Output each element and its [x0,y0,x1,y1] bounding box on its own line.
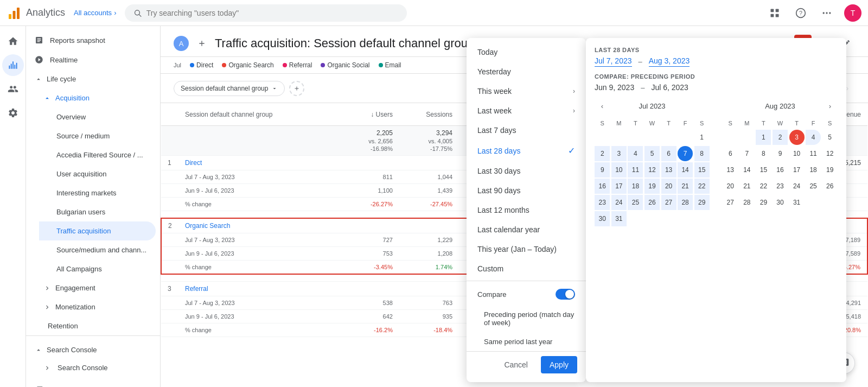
aug-day-11[interactable]: 11 [806,146,821,161]
jul-day-17[interactable]: 17 [611,179,627,194]
jul-day-13[interactable]: 13 [661,162,676,177]
aug-day-3[interactable]: 3 [789,130,805,145]
home-icon-btn[interactable] [2,30,24,52]
jul-day-21[interactable]: 21 [678,179,693,194]
legend-direct[interactable]: Direct [190,61,213,69]
jul-day-6[interactable]: 6 [661,146,676,161]
jul-day-23[interactable]: 23 [595,195,610,210]
search-input[interactable] [146,9,399,17]
aug-day-18[interactable]: 18 [806,162,821,177]
aug-day-6[interactable]: 6 [723,146,738,161]
sidebar-item-realtime[interactable]: Realtime [26,50,156,69]
col-sessions[interactable]: Sessions [399,103,459,126]
aug-day-31[interactable]: 31 [789,195,805,210]
jul-day-16[interactable]: 16 [595,179,610,194]
aug-day-17[interactable]: 17 [789,162,805,177]
sidebar-item-accedia[interactable]: Accedia Filtered Source / ... [39,145,156,164]
user-avatar[interactable]: T [844,4,861,22]
aug-day-13[interactable]: 13 [723,162,738,177]
jul-day-15[interactable]: 15 [694,162,710,177]
jul-day-12[interactable]: 12 [644,162,660,177]
aug-day-14[interactable]: 14 [739,162,755,177]
compare-preceding-period[interactable]: Preceding period (match day of week) [467,305,586,332]
jul-day-26[interactable]: 26 [644,195,660,210]
jul-day-7[interactable]: 7 [678,146,693,161]
jul-day-10[interactable]: 10 [611,162,627,177]
jul-day-28[interactable]: 28 [678,195,693,210]
jul-day-1[interactable]: 1 [694,130,710,145]
option-yesterday[interactable]: Yesterday [467,62,586,81]
aug-day-8[interactable]: 8 [756,146,771,161]
range-start-input[interactable]: Jul 7, 2023 [595,56,632,67]
compare-start-input[interactable]: Jun 9, 2023 [595,83,634,92]
legend-referral[interactable]: Referral [283,61,312,69]
jul-day-31[interactable]: 31 [611,211,627,226]
aug-day-25[interactable]: 25 [806,179,821,194]
aug-day-9[interactable]: 9 [773,146,788,161]
jul-day-11[interactable]: 11 [628,162,643,177]
option-this-year[interactable]: This year (Jan – Today) [467,239,586,259]
sidebar-item-all-campaigns[interactable]: All Campaigns [39,259,156,278]
jul-day-19[interactable]: 19 [644,179,660,194]
aug-day-16[interactable]: 16 [773,162,788,177]
option-last-28-days[interactable]: Last 28 days ✓ [467,140,586,161]
direct-link[interactable]: Direct [185,159,202,167]
jul-day-4[interactable]: 4 [628,146,643,161]
aug-day-27[interactable]: 27 [723,195,738,210]
sidebar-item-source-medium[interactable]: Source / medium [39,126,156,145]
jul-day-8[interactable]: 8 [694,146,710,161]
jul-day-5[interactable]: 5 [644,146,660,161]
row-channel-direct[interactable]: Direct [178,156,343,170]
jul-day-3[interactable]: 3 [611,146,627,161]
jul-day-20[interactable]: 20 [661,179,676,194]
jul-day-25[interactable]: 25 [628,195,643,210]
aug-day-23[interactable]: 23 [773,179,788,194]
jul-day-18[interactable]: 18 [628,179,643,194]
aug-day-12[interactable]: 12 [822,146,838,161]
engagement-header[interactable]: Engagement [30,278,160,297]
sidebar-item-traffic-acquisition[interactable]: Traffic acquisition [39,221,156,240]
aug-day-22[interactable]: 22 [756,179,771,194]
more-icon[interactable] [818,4,835,22]
option-last-week[interactable]: Last week › [467,101,586,120]
jul-day-2[interactable]: 2 [595,146,610,161]
compare-end-input[interactable]: Jul 6, 2023 [651,83,688,92]
chart-icon-btn[interactable] [2,54,24,76]
aug-day-21[interactable]: 21 [739,179,755,194]
sidebar-item-library[interactable]: Library [26,380,160,387]
people-icon-btn[interactable] [2,78,24,100]
search-console-header[interactable]: Search Console [26,340,160,359]
sidebar-item-bulgarian-users[interactable]: Bulgarian users [39,202,156,221]
sidebar-item-overview[interactable]: Overview [39,107,156,126]
lifecycle-section-header[interactable]: Life cycle [26,69,160,88]
aug-day-20[interactable]: 20 [723,179,738,194]
aug-day-2[interactable]: 2 [773,130,788,145]
apply-btn[interactable]: Apply [541,356,577,373]
sidebar-item-user-acquisition[interactable]: User acquisition [39,164,156,183]
row-channel-referral[interactable]: Referral [178,282,343,296]
help-icon[interactable]: ? [792,4,809,22]
sidebar-item-retention[interactable]: Retention [30,316,156,335]
aug-day-4[interactable]: 4 [806,130,821,145]
cancel-btn[interactable]: Cancel [495,356,537,373]
referral-link[interactable]: Referral [185,285,208,293]
sidebar-item-interesting-markets[interactable]: Interesting markets [39,183,156,202]
acquisition-header[interactable]: Acquisition [30,88,160,107]
jul-day-9[interactable]: 9 [595,162,610,177]
option-today[interactable]: Today [467,42,586,62]
aug-day-30[interactable]: 30 [773,195,788,210]
add-report-btn[interactable] [193,35,210,52]
jul-day-29[interactable]: 29 [694,195,710,210]
option-last-calendar-year[interactable]: Last calendar year [467,220,586,239]
jul-day-27[interactable]: 27 [661,195,676,210]
legend-email[interactable]: Email [379,61,401,69]
option-last-90-days[interactable]: Last 90 days [467,181,586,200]
option-this-week[interactable]: This week › [467,81,586,101]
sidebar-item-search-console[interactable]: Search Console [26,359,160,376]
option-custom[interactable]: Custom [467,259,586,278]
add-filter-btn[interactable] [289,81,304,96]
compare-toggle-switch[interactable] [556,289,575,300]
option-last-12-months[interactable]: Last 12 months [467,200,586,220]
jul-day-22[interactable]: 22 [694,179,710,194]
sidebar-item-source-medium-channel[interactable]: Source/medium and chann... [39,240,156,259]
